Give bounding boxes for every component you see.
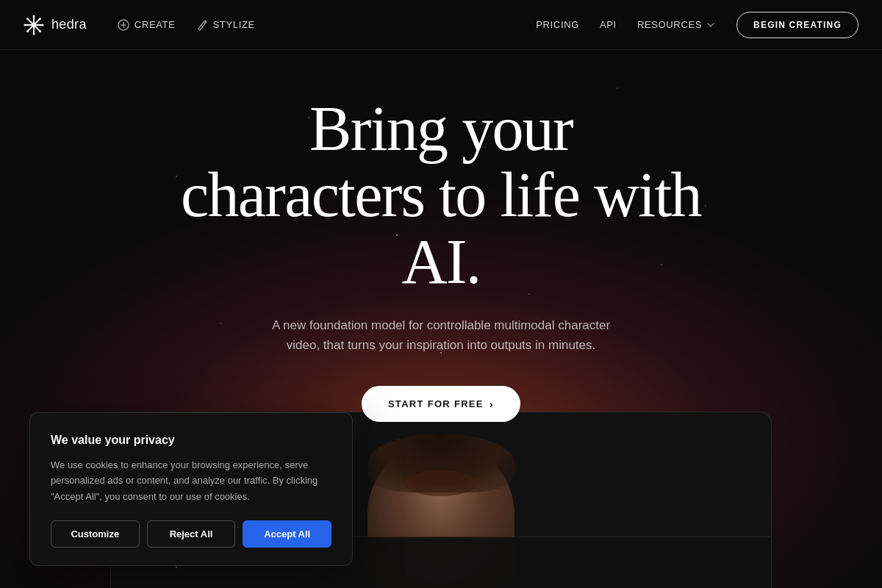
- hero-content: Bring your characters to life with AI. A…: [0, 96, 882, 422]
- navbar: hedra CREATE STYLIZE PRI: [0, 0, 882, 50]
- svg-point-7: [39, 18, 41, 20]
- nav-items: CREATE STYLIZE: [110, 15, 262, 35]
- logo[interactable]: hedra: [24, 15, 87, 35]
- stylize-label: STYLIZE: [213, 19, 255, 30]
- stylize-icon: [196, 19, 208, 31]
- svg-point-5: [26, 18, 29, 20]
- chevron-down-icon: [706, 20, 716, 30]
- svg-point-0: [32, 23, 36, 26]
- cookie-accept-button[interactable]: Accept All: [243, 520, 331, 548]
- nav-left: hedra CREATE STYLIZE: [24, 15, 262, 35]
- cookie-buttons: Customize Reject All Accept All: [51, 520, 331, 548]
- svg-point-1: [33, 15, 35, 17]
- nav-resources[interactable]: RESOURCES: [637, 19, 716, 30]
- cta-arrow: ›: [490, 398, 494, 410]
- cookie-reject-button[interactable]: Reject All: [147, 520, 236, 548]
- hero-subtitle: A new foundation model for controllable …: [265, 315, 617, 355]
- cookie-text: We use cookies to enhance your browsing …: [51, 457, 331, 504]
- nav-right: PRICING API RESOURCES BEGIN CREATING: [536, 12, 858, 38]
- create-icon: [118, 19, 129, 31]
- svg-point-8: [26, 30, 29, 32]
- begin-creating-button[interactable]: BEGIN CREATING: [736, 12, 858, 38]
- svg-point-2: [33, 32, 35, 35]
- svg-point-4: [42, 24, 44, 26]
- cookie-banner: We value your privacy We use cookies to …: [29, 412, 353, 566]
- cookie-customize-button[interactable]: Customize: [51, 520, 140, 548]
- create-label: CREATE: [135, 19, 176, 30]
- nav-stylize[interactable]: STYLIZE: [189, 15, 262, 35]
- svg-point-3: [24, 24, 26, 26]
- hedra-logo-icon: [24, 15, 44, 35]
- start-for-free-button[interactable]: START FOR FREE ›: [362, 386, 520, 422]
- nav-pricing[interactable]: PRICING: [536, 19, 579, 30]
- cookie-title: We value your privacy: [51, 434, 331, 447]
- hero-title: Bring your characters to life with AI.: [140, 96, 742, 295]
- svg-point-6: [39, 30, 41, 32]
- nav-api[interactable]: API: [600, 19, 617, 30]
- nav-create[interactable]: CREATE: [110, 15, 183, 35]
- logo-text: hedra: [51, 17, 87, 32]
